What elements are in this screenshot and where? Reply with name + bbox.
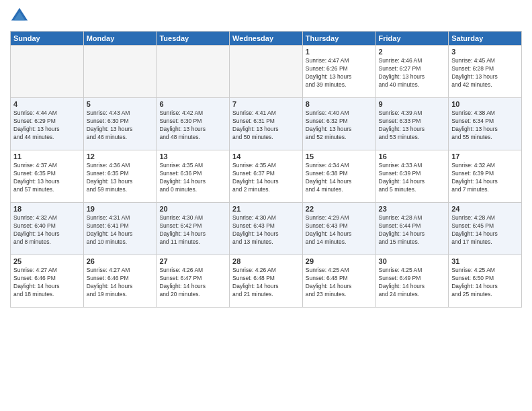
day-info: Sunrise: 4:41 AM Sunset: 6:31 PM Dayligh… bbox=[232, 109, 300, 142]
calendar-cell-w4-d4: 29Sunrise: 4:25 AM Sunset: 6:48 PM Dayli… bbox=[302, 255, 375, 308]
page: SundayMondayTuesdayWednesdayThursdayFrid… bbox=[0, 0, 532, 411]
calendar-cell-w0-d4: 1Sunrise: 4:47 AM Sunset: 6:26 PM Daylig… bbox=[302, 46, 375, 98]
calendar-body: 1Sunrise: 4:47 AM Sunset: 6:26 PM Daylig… bbox=[11, 46, 522, 308]
calendar-cell-w1-d5: 9Sunrise: 4:39 AM Sunset: 6:33 PM Daylig… bbox=[375, 98, 449, 150]
day-number: 17 bbox=[451, 152, 519, 161]
day-number: 21 bbox=[232, 205, 300, 213]
calendar-cell-w2-d2: 13Sunrise: 4:35 AM Sunset: 6:36 PM Dayli… bbox=[157, 150, 230, 203]
day-info: Sunrise: 4:46 AM Sunset: 6:27 PM Dayligh… bbox=[379, 57, 446, 89]
calendar-cell-w3-d2: 20Sunrise: 4:30 AM Sunset: 6:42 PM Dayli… bbox=[157, 203, 230, 255]
calendar-header-thursday: Thursday bbox=[302, 32, 375, 46]
calendar-cell-w4-d1: 26Sunrise: 4:27 AM Sunset: 6:46 PM Dayli… bbox=[83, 255, 157, 308]
day-info: Sunrise: 4:45 AM Sunset: 6:28 PM Dayligh… bbox=[451, 57, 519, 89]
day-info: Sunrise: 4:42 AM Sunset: 6:30 PM Dayligh… bbox=[159, 109, 226, 142]
calendar-week-4: 25Sunrise: 4:27 AM Sunset: 6:46 PM Dayli… bbox=[11, 255, 522, 308]
day-number: 24 bbox=[451, 205, 519, 213]
day-number: 31 bbox=[451, 257, 519, 265]
calendar-week-2: 11Sunrise: 4:37 AM Sunset: 6:35 PM Dayli… bbox=[11, 150, 522, 203]
calendar-cell-w2-d0: 11Sunrise: 4:37 AM Sunset: 6:35 PM Dayli… bbox=[11, 150, 84, 203]
calendar-cell-w4-d0: 25Sunrise: 4:27 AM Sunset: 6:46 PM Dayli… bbox=[11, 255, 84, 308]
calendar-cell-w1-d1: 5Sunrise: 4:43 AM Sunset: 6:30 PM Daylig… bbox=[83, 98, 157, 150]
calendar-cell-w0-d1 bbox=[83, 46, 157, 98]
day-info: Sunrise: 4:29 AM Sunset: 6:43 PM Dayligh… bbox=[306, 214, 373, 246]
calendar-cell-w3-d3: 21Sunrise: 4:30 AM Sunset: 6:43 PM Dayli… bbox=[230, 203, 303, 255]
day-number: 25 bbox=[13, 257, 81, 265]
calendar-cell-w1-d2: 6Sunrise: 4:42 AM Sunset: 6:30 PM Daylig… bbox=[157, 98, 230, 150]
calendar-cell-w4-d2: 27Sunrise: 4:26 AM Sunset: 6:47 PM Dayli… bbox=[157, 255, 230, 308]
logo-icon bbox=[10, 7, 29, 26]
day-info: Sunrise: 4:40 AM Sunset: 6:32 PM Dayligh… bbox=[306, 109, 373, 142]
calendar-header-wednesday: Wednesday bbox=[230, 32, 303, 46]
header bbox=[10, 7, 522, 26]
calendar-cell-w3-d0: 18Sunrise: 4:32 AM Sunset: 6:40 PM Dayli… bbox=[11, 203, 84, 255]
day-info: Sunrise: 4:28 AM Sunset: 6:45 PM Dayligh… bbox=[451, 214, 519, 246]
calendar-header-row: SundayMondayTuesdayWednesdayThursdayFrid… bbox=[11, 32, 522, 46]
day-info: Sunrise: 4:30 AM Sunset: 6:42 PM Dayligh… bbox=[159, 214, 226, 246]
calendar-cell-w4-d3: 28Sunrise: 4:26 AM Sunset: 6:48 PM Dayli… bbox=[230, 255, 303, 308]
day-number: 13 bbox=[159, 152, 226, 161]
day-number: 15 bbox=[306, 152, 373, 161]
day-number: 19 bbox=[87, 205, 154, 213]
day-number: 6 bbox=[159, 100, 226, 108]
day-number: 5 bbox=[87, 100, 154, 108]
day-info: Sunrise: 4:43 AM Sunset: 6:30 PM Dayligh… bbox=[87, 109, 154, 142]
calendar-cell-w2-d4: 15Sunrise: 4:34 AM Sunset: 6:38 PM Dayli… bbox=[302, 150, 375, 203]
day-number: 11 bbox=[13, 152, 81, 161]
calendar-cell-w0-d5: 2Sunrise: 4:46 AM Sunset: 6:27 PM Daylig… bbox=[375, 46, 449, 98]
calendar-week-0: 1Sunrise: 4:47 AM Sunset: 6:26 PM Daylig… bbox=[11, 46, 522, 98]
day-number: 16 bbox=[379, 152, 446, 161]
calendar-cell-w0-d6: 3Sunrise: 4:45 AM Sunset: 6:28 PM Daylig… bbox=[449, 46, 522, 98]
day-info: Sunrise: 4:26 AM Sunset: 6:47 PM Dayligh… bbox=[159, 267, 226, 299]
day-number: 2 bbox=[379, 48, 446, 56]
day-info: Sunrise: 4:27 AM Sunset: 6:46 PM Dayligh… bbox=[13, 267, 81, 299]
day-number: 22 bbox=[306, 205, 373, 213]
day-info: Sunrise: 4:36 AM Sunset: 6:35 PM Dayligh… bbox=[87, 162, 154, 194]
calendar-cell-w2-d5: 16Sunrise: 4:33 AM Sunset: 6:39 PM Dayli… bbox=[375, 150, 449, 203]
day-info: Sunrise: 4:37 AM Sunset: 6:35 PM Dayligh… bbox=[13, 162, 81, 194]
day-number: 4 bbox=[13, 100, 81, 108]
day-info: Sunrise: 4:38 AM Sunset: 6:34 PM Dayligh… bbox=[451, 109, 519, 142]
day-info: Sunrise: 4:47 AM Sunset: 6:26 PM Dayligh… bbox=[306, 57, 373, 89]
calendar-cell-w1-d4: 8Sunrise: 4:40 AM Sunset: 6:32 PM Daylig… bbox=[302, 98, 375, 150]
day-number: 26 bbox=[87, 257, 154, 265]
calendar-cell-w0-d3 bbox=[230, 46, 303, 98]
day-number: 7 bbox=[232, 100, 300, 108]
day-number: 27 bbox=[159, 257, 226, 265]
calendar-cell-w1-d0: 4Sunrise: 4:44 AM Sunset: 6:29 PM Daylig… bbox=[11, 98, 84, 150]
day-info: Sunrise: 4:26 AM Sunset: 6:48 PM Dayligh… bbox=[232, 267, 300, 299]
day-info: Sunrise: 4:32 AM Sunset: 6:39 PM Dayligh… bbox=[451, 162, 519, 194]
logo bbox=[10, 7, 32, 26]
calendar-table: SundayMondayTuesdayWednesdayThursdayFrid… bbox=[10, 31, 522, 308]
calendar-cell-w3-d4: 22Sunrise: 4:29 AM Sunset: 6:43 PM Dayli… bbox=[302, 203, 375, 255]
day-info: Sunrise: 4:35 AM Sunset: 6:36 PM Dayligh… bbox=[159, 162, 226, 194]
calendar-cell-w2-d1: 12Sunrise: 4:36 AM Sunset: 6:35 PM Dayli… bbox=[83, 150, 157, 203]
day-number: 1 bbox=[306, 48, 373, 56]
day-info: Sunrise: 4:25 AM Sunset: 6:50 PM Dayligh… bbox=[451, 267, 519, 299]
day-info: Sunrise: 4:27 AM Sunset: 6:46 PM Dayligh… bbox=[87, 267, 154, 299]
day-number: 9 bbox=[379, 100, 446, 108]
calendar-cell-w0-d0 bbox=[11, 46, 84, 98]
calendar-cell-w0-d2 bbox=[157, 46, 230, 98]
day-info: Sunrise: 4:44 AM Sunset: 6:29 PM Dayligh… bbox=[13, 109, 81, 142]
calendar-cell-w3-d5: 23Sunrise: 4:28 AM Sunset: 6:44 PM Dayli… bbox=[375, 203, 449, 255]
calendar-header-tuesday: Tuesday bbox=[157, 32, 230, 46]
calendar-header-saturday: Saturday bbox=[449, 32, 522, 46]
day-number: 10 bbox=[451, 100, 519, 108]
day-number: 23 bbox=[379, 205, 446, 213]
calendar-header-monday: Monday bbox=[83, 32, 157, 46]
day-number: 14 bbox=[232, 152, 300, 161]
day-info: Sunrise: 4:32 AM Sunset: 6:40 PM Dayligh… bbox=[13, 214, 81, 246]
day-info: Sunrise: 4:33 AM Sunset: 6:39 PM Dayligh… bbox=[379, 162, 446, 194]
calendar-week-3: 18Sunrise: 4:32 AM Sunset: 6:40 PM Dayli… bbox=[11, 203, 522, 255]
day-number: 20 bbox=[159, 205, 226, 213]
calendar-cell-w4-d5: 30Sunrise: 4:25 AM Sunset: 6:49 PM Dayli… bbox=[375, 255, 449, 308]
calendar-cell-w4-d6: 31Sunrise: 4:25 AM Sunset: 6:50 PM Dayli… bbox=[449, 255, 522, 308]
day-info: Sunrise: 4:25 AM Sunset: 6:48 PM Dayligh… bbox=[306, 267, 373, 299]
calendar-cell-w1-d6: 10Sunrise: 4:38 AM Sunset: 6:34 PM Dayli… bbox=[449, 98, 522, 150]
calendar-cell-w3-d6: 24Sunrise: 4:28 AM Sunset: 6:45 PM Dayli… bbox=[449, 203, 522, 255]
calendar-header-sunday: Sunday bbox=[11, 32, 84, 46]
calendar-cell-w1-d3: 7Sunrise: 4:41 AM Sunset: 6:31 PM Daylig… bbox=[230, 98, 303, 150]
day-number: 29 bbox=[306, 257, 373, 265]
calendar-cell-w3-d1: 19Sunrise: 4:31 AM Sunset: 6:41 PM Dayli… bbox=[83, 203, 157, 255]
calendar-cell-w2-d3: 14Sunrise: 4:35 AM Sunset: 6:37 PM Dayli… bbox=[230, 150, 303, 203]
